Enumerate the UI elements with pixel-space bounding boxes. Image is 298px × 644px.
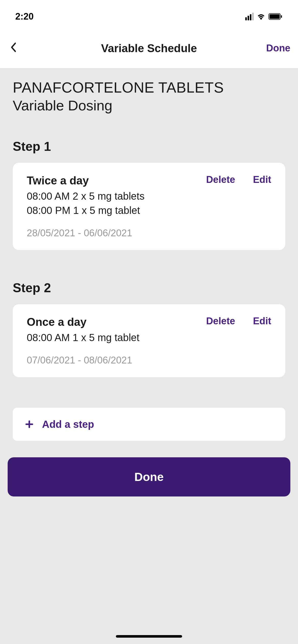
medication-subtitle: Variable Dosing <box>13 97 285 114</box>
step-1-dose-2: 08:00 PM 1 x 5 mg tablet <box>27 203 271 217</box>
status-bar: 2:20 <box>0 0 298 28</box>
step-2-edit-button[interactable]: Edit <box>253 316 271 327</box>
plus-icon <box>25 418 33 431</box>
svg-rect-2 <box>281 15 282 18</box>
step-1-delete-button[interactable]: Delete <box>206 174 235 185</box>
step-2-card: Once a day Delete Edit 08:00 AM 1 x 5 mg… <box>13 304 285 377</box>
step-2-delete-button[interactable]: Delete <box>206 316 235 327</box>
battery-icon <box>268 13 283 20</box>
page-title: Variable Schedule <box>101 42 197 55</box>
step-1-label: Step 1 <box>13 139 285 154</box>
step-2-date-range: 07/06/2021 - 08/06/2021 <box>27 355 271 366</box>
step-1-card: Twice a day Delete Edit 08:00 AM 2 x 5 m… <box>13 163 285 250</box>
add-step-button[interactable]: Add a step <box>13 408 285 441</box>
step-1-edit-button[interactable]: Edit <box>253 174 271 185</box>
wifi-icon <box>257 13 265 20</box>
step-1-date-range: 28/05/2021 - 06/06/2021 <box>27 228 271 239</box>
svg-rect-1 <box>269 14 280 19</box>
status-time: 2:20 <box>15 11 34 22</box>
back-button[interactable] <box>8 39 19 58</box>
home-indicator[interactable] <box>116 635 182 638</box>
done-button-label: Done <box>134 470 164 484</box>
add-step-label: Add a step <box>42 419 94 430</box>
content-area: PANAFCORTELONE TABLETS Variable Dosing S… <box>0 69 298 507</box>
medication-name: PANAFCORTELONE TABLETS <box>13 79 285 96</box>
done-button[interactable]: Done <box>8 457 290 496</box>
step-2-frequency: Once a day <box>27 316 87 328</box>
step-2-label: Step 2 <box>13 281 285 295</box>
step-1-frequency: Twice a day <box>27 174 89 187</box>
status-icons <box>245 13 283 20</box>
step-1-dose-1: 08:00 AM 2 x 5 mg tablets <box>27 189 271 203</box>
nav-done-button[interactable]: Done <box>266 43 290 54</box>
chevron-left-icon <box>10 42 16 52</box>
step-2-dose-1: 08:00 AM 1 x 5 mg tablet <box>27 330 271 345</box>
nav-header: Variable Schedule Done <box>0 28 298 69</box>
signal-icon <box>245 13 254 20</box>
